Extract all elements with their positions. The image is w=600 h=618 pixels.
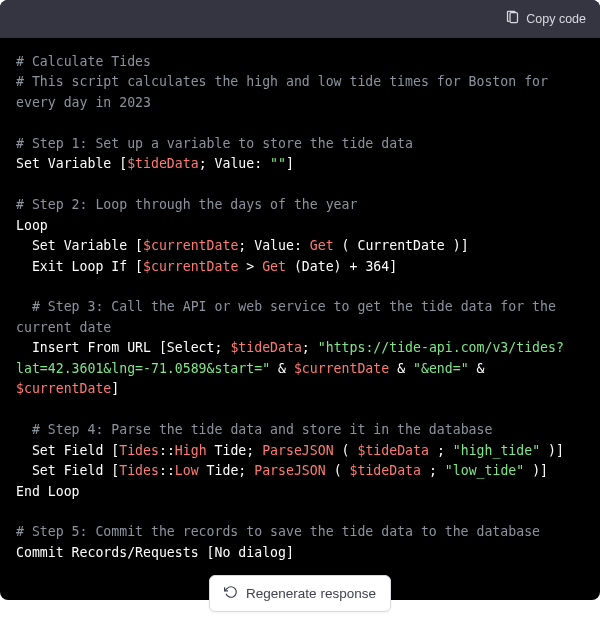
code-token: ( CurrentDate )] xyxy=(334,238,469,253)
code-token: Tide; xyxy=(207,443,263,458)
refresh-icon xyxy=(224,585,238,602)
footer-area: Regenerate response xyxy=(0,575,600,618)
code-line: # Step 1: Set up a variable to store the… xyxy=(16,136,413,151)
code-token: "&end=" xyxy=(413,361,469,376)
code-token: ParseJSON xyxy=(254,463,325,478)
code-token: Low xyxy=(175,463,199,478)
code-token: $tideData xyxy=(230,340,301,355)
copy-code-button[interactable]: Copy code xyxy=(505,10,586,28)
code-token: ( xyxy=(326,463,350,478)
code-token: "low_tide" xyxy=(445,463,524,478)
code-token: ParseJSON xyxy=(262,443,333,458)
code-line: # Step 2: Loop through the days of the y… xyxy=(16,197,357,212)
svg-rect-0 xyxy=(510,13,518,23)
code-token: > xyxy=(238,259,262,274)
code-token: Tides xyxy=(119,463,159,478)
code-token: Tides xyxy=(119,443,159,458)
code-token: (Date) + 364] xyxy=(286,259,397,274)
code-token: ] xyxy=(111,381,119,396)
code-token: ; Value: xyxy=(199,156,270,171)
code-token: )] xyxy=(524,463,548,478)
code-line: # Step 3: Call the API or web service to… xyxy=(16,299,564,334)
code-token: Tide; xyxy=(199,463,255,478)
code-line: # This script calculates the high and lo… xyxy=(16,74,556,109)
code-token: $currentDate xyxy=(143,238,238,253)
code-token: ; xyxy=(429,443,453,458)
copy-code-label: Copy code xyxy=(526,12,586,26)
code-token: & xyxy=(389,361,413,376)
code-token: ] xyxy=(286,156,294,171)
code-token: "high_tide" xyxy=(453,443,540,458)
code-token: & xyxy=(270,361,294,376)
code-token: Set Variable [ xyxy=(16,156,127,171)
code-token: "" xyxy=(270,156,286,171)
code-line: # Step 5: Commit the records to save the… xyxy=(16,524,540,539)
code-token: $currentDate xyxy=(16,381,111,396)
code-line: # Calculate Tides xyxy=(16,54,151,69)
clipboard-icon xyxy=(505,10,520,28)
code-token: $currentDate xyxy=(294,361,389,376)
code-token: $currentDate xyxy=(143,259,238,274)
code-token: High xyxy=(175,443,207,458)
code-line: # Step 4: Parse the tide data and store … xyxy=(16,422,492,437)
code-line: Commit Records/Requests [No dialog] xyxy=(16,545,294,560)
code-token: Set Field [ xyxy=(16,443,119,458)
code-token: ; xyxy=(421,463,445,478)
code-block: Copy code # Calculate Tides # This scrip… xyxy=(0,0,600,600)
code-token: Insert From URL [Select; xyxy=(16,340,230,355)
code-token: Get xyxy=(262,259,286,274)
code-token: ; xyxy=(302,340,318,355)
code-token: :: xyxy=(159,463,175,478)
code-line: End Loop xyxy=(16,484,80,499)
code-token: & xyxy=(469,361,493,376)
code-token: $tideData xyxy=(357,443,428,458)
code-token: )] xyxy=(540,443,564,458)
code-line: Loop xyxy=(16,218,48,233)
code-token: ( xyxy=(334,443,358,458)
code-token: ; Value: xyxy=(238,238,309,253)
code-token: Set Field [ xyxy=(16,463,119,478)
code-header: Copy code xyxy=(0,0,600,38)
regenerate-label: Regenerate response xyxy=(246,586,376,601)
code-content[interactable]: # Calculate Tides # This script calculat… xyxy=(0,38,600,600)
code-token: $tideData xyxy=(350,463,421,478)
code-token: :: xyxy=(159,443,175,458)
regenerate-button[interactable]: Regenerate response xyxy=(209,575,391,612)
code-token: Exit Loop If [ xyxy=(16,259,143,274)
code-token: $tideData xyxy=(127,156,198,171)
code-token: Set Variable [ xyxy=(16,238,143,253)
code-token: Get xyxy=(310,238,334,253)
